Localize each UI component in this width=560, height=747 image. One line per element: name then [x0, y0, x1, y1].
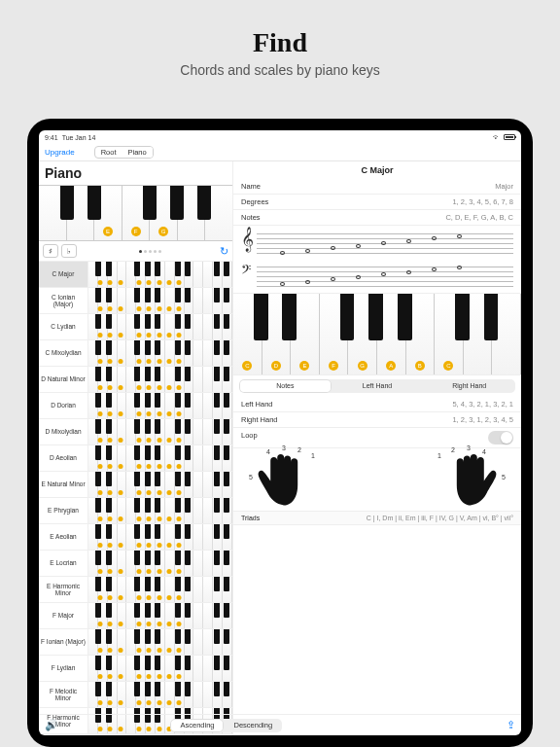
- battery-icon: [504, 134, 515, 140]
- tab-notes[interactable]: Notes: [239, 379, 332, 393]
- rh-label: Right Hand: [241, 415, 278, 424]
- wifi-icon: ᯤ: [493, 133, 501, 142]
- list-item[interactable]: F Melodic Minor: [39, 682, 232, 708]
- accidental-controls: ♯ ♭ ↻: [39, 241, 232, 262]
- scale-label: C Major: [39, 262, 88, 287]
- detail-panel: C Major NameMajor Degrees1, 2, 3, 4, 5, …: [233, 161, 521, 735]
- scale-label: C Ionian (Major): [39, 288, 88, 313]
- list-item[interactable]: E Natural Minor: [39, 472, 232, 498]
- list-item[interactable]: D Dorian: [39, 393, 232, 419]
- scale-list[interactable]: C MajorC Ionian (Major)C LydianC Mixolyd…: [39, 262, 232, 735]
- page-title: Piano: [39, 161, 232, 185]
- bottom-toolbar: 🔊 Ascending Descending ⇪: [39, 714, 521, 735]
- scale-label: E Harmonic Minor: [39, 577, 88, 602]
- tab-left-hand[interactable]: Left Hand: [332, 379, 424, 393]
- hand-tabs[interactable]: Notes Left Hand Right Hand: [239, 379, 515, 393]
- piano-key[interactable]: [205, 186, 232, 240]
- status-time: 9:41: [45, 134, 58, 141]
- scale-label: F Major: [39, 603, 88, 628]
- list-item[interactable]: E Harmonic Minor: [39, 577, 232, 603]
- loop-label: Loop: [241, 431, 258, 445]
- piano-key[interactable]: F: [122, 186, 151, 240]
- left-panel: Piano EFG ♯ ♭: [39, 161, 233, 735]
- list-item[interactable]: C Major: [39, 262, 232, 288]
- status-date: Tue Jan 14: [62, 134, 96, 141]
- triads-row[interactable]: Triads C | I, Dm | ii, Em | iii, F | IV,…: [233, 511, 521, 525]
- name-value: Major: [495, 182, 513, 191]
- list-item[interactable]: F Major: [39, 603, 232, 629]
- promo-subtitle: Chords and scales by piano keys: [0, 62, 560, 78]
- detail-title: C Major: [233, 161, 521, 179]
- tab-right-hand[interactable]: Right Hand: [423, 379, 515, 393]
- list-item[interactable]: F Ionian (Major): [39, 629, 232, 656]
- rh-value: 1, 2, 3, 1, 2, 3, 4, 5: [452, 415, 513, 424]
- staff-notation: 𝄞 𝄢: [233, 226, 521, 294]
- scale-label: F Lydian: [39, 656, 88, 681]
- notes-value: C, D, E, F, G, A, B, C: [445, 213, 513, 222]
- scale-label: D Dorian: [39, 393, 88, 418]
- piano-key[interactable]: [178, 186, 206, 240]
- name-label: Name: [241, 182, 261, 191]
- list-item[interactable]: D Natural Minor: [39, 367, 232, 393]
- list-item[interactable]: F Lydian: [39, 656, 232, 682]
- list-item[interactable]: C Ionian (Major): [39, 288, 232, 314]
- scale-label: E Aeolian: [39, 524, 88, 550]
- scale-label: D Aeolian: [39, 445, 88, 471]
- seg-root[interactable]: Root: [95, 147, 122, 158]
- seg-piano[interactable]: Piano: [122, 147, 153, 158]
- share-icon[interactable]: ⇪: [507, 719, 515, 731]
- degrees-label: Degrees: [241, 197, 268, 206]
- triads-label: Triads: [241, 515, 260, 521]
- list-item[interactable]: E Aeolian: [39, 524, 232, 551]
- list-item[interactable]: D Aeolian: [39, 445, 232, 472]
- triads-value: C | I, Dm | ii, Em | iii, F | IV, G | V,…: [367, 515, 513, 521]
- upgrade-link[interactable]: Upgrade: [45, 148, 75, 157]
- piano-key[interactable]: E: [94, 186, 122, 240]
- scale-label: E Natural Minor: [39, 472, 88, 497]
- seg-descending[interactable]: Descending: [224, 719, 282, 732]
- scale-label: F Melodic Minor: [39, 682, 88, 707]
- scale-label: E Locrian: [39, 551, 88, 576]
- scale-label: D Mixolydian: [39, 419, 88, 445]
- speaker-icon[interactable]: 🔊: [45, 719, 58, 731]
- detail-piano[interactable]: CDEFGABC: [233, 294, 521, 375]
- input-piano[interactable]: EFG: [39, 185, 232, 241]
- notes-label: Notes: [241, 213, 261, 222]
- info-section: NameMajor Degrees1, 2, 3, 4, 5, 6, 7, 8 …: [233, 179, 521, 226]
- seg-ascending[interactable]: Ascending: [170, 719, 224, 732]
- piano-key[interactable]: [39, 186, 67, 240]
- refresh-icon[interactable]: ↻: [220, 245, 228, 258]
- direction-segmented[interactable]: Ascending Descending: [170, 719, 282, 732]
- hands-diagram: 5 4 3 2 1 1 2 3 4 5: [233, 448, 521, 511]
- treble-staff: 𝄞: [241, 230, 513, 257]
- list-item[interactable]: C Lydian: [39, 314, 232, 340]
- scale-label: C Lydian: [39, 314, 88, 339]
- sharp-button[interactable]: ♯: [43, 244, 58, 258]
- piano-key[interactable]: [67, 186, 95, 240]
- right-hand-icon: 1 2 3 4 5: [434, 452, 502, 507]
- list-item[interactable]: E Phrygian: [39, 498, 232, 524]
- scale-label: D Natural Minor: [39, 367, 88, 392]
- page-dots: [80, 250, 220, 253]
- treble-clef-icon: 𝄞: [241, 227, 254, 252]
- lh-label: Left Hand: [241, 400, 273, 409]
- left-hand-icon: 5 4 3 2 1: [253, 452, 321, 507]
- device-frame: 9:41 Tue Jan 14 ᯤ Upgrade Root Piano Pia…: [27, 119, 533, 747]
- scale-label: C Mixolydian: [39, 340, 88, 366]
- piano-key[interactable]: G: [150, 186, 178, 240]
- flat-button[interactable]: ♭: [61, 244, 77, 258]
- list-item[interactable]: C Mixolydian: [39, 340, 232, 367]
- degrees-value: 1, 2, 3, 4, 5, 6, 7, 8: [452, 197, 513, 206]
- app-screen: 9:41 Tue Jan 14 ᯤ Upgrade Root Piano Pia…: [39, 130, 521, 735]
- bass-clef-icon: 𝄢: [241, 263, 251, 280]
- top-nav: Upgrade Root Piano: [39, 144, 521, 161]
- bass-staff: 𝄢: [241, 263, 513, 290]
- list-item[interactable]: E Locrian: [39, 551, 232, 577]
- lh-value: 5, 4, 3, 2, 1, 3, 2, 1: [452, 400, 513, 409]
- mode-segmented[interactable]: Root Piano: [94, 146, 154, 159]
- status-bar: 9:41 Tue Jan 14 ᯤ: [39, 130, 521, 144]
- list-item[interactable]: D Mixolydian: [39, 419, 232, 445]
- scale-label: F Ionian (Major): [39, 629, 88, 655]
- scale-label: E Phrygian: [39, 498, 88, 523]
- loop-toggle[interactable]: [488, 431, 513, 445]
